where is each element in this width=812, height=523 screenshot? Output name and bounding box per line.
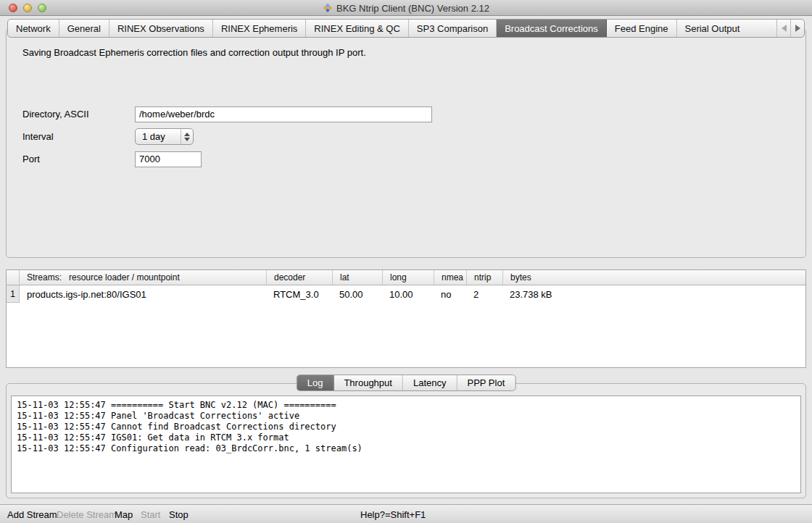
bottom-toolbar: Add Stream Delete Stream Map Start Stop … <box>0 504 812 523</box>
header-long[interactable]: long <box>382 270 434 285</box>
tab-rinex-editing-qc[interactable]: RINEX Editing & QC <box>306 20 409 37</box>
log-line: 15-11-03 12:55:47 IGS01: Get data in RTC… <box>17 432 795 443</box>
tab-sp3-comparison[interactable]: SP3 Comparison <box>409 20 497 37</box>
app-window: BKG Ntrip Client (BNC) Version 2.12 Savi… <box>0 0 812 523</box>
cell-nmea: no <box>434 289 466 300</box>
tab-broadcast-corrections[interactable]: Broadcast Corrections <box>497 20 607 37</box>
add-stream-button[interactable]: Add Stream <box>7 505 57 523</box>
interval-label: Interval <box>22 131 135 142</box>
interval-selected-value: 1 day <box>136 131 181 142</box>
stream-row[interactable]: 1 products.igs-ip.net:80/IGS01 RTCM_3.0 … <box>7 285 805 303</box>
streams-table: Streams: resource loader / mountpoint de… <box>6 269 806 368</box>
tab-feed-engine[interactable]: Feed Engine <box>607 20 677 37</box>
scroll-left-icon <box>782 25 787 32</box>
log-pane: 15-11-03 12:55:47 ========== Start BNC v… <box>6 383 806 498</box>
tab-serial-output[interactable]: Serial Output <box>677 20 748 37</box>
cell-ntrip: 2 <box>466 289 502 300</box>
tab-general[interactable]: General <box>59 20 109 37</box>
log-output[interactable]: 15-11-03 12:55:47 ========== Start BNC v… <box>11 396 801 493</box>
header-nmea[interactable]: nmea <box>434 270 466 285</box>
panel-description: Saving Broadcast Ephemeris correction fi… <box>22 47 366 58</box>
tab-latency[interactable]: Latency <box>403 375 457 390</box>
start-button: Start <box>141 505 160 523</box>
tab-scroll-left-button[interactable] <box>776 20 790 37</box>
cell-long: 10.00 <box>382 289 434 300</box>
header-ntrip[interactable]: ntrip <box>466 270 502 285</box>
row-number: 1 <box>7 285 20 303</box>
main-tab-bar: Network General RINEX Observations RINEX… <box>7 19 805 38</box>
port-label: Port <box>22 154 135 164</box>
tab-throughput[interactable]: Throughput <box>334 375 403 390</box>
port-input[interactable] <box>135 151 202 167</box>
directory-ascii-input[interactable] <box>135 106 432 122</box>
tab-ppp-plot[interactable]: PPP Plot <box>457 375 515 390</box>
titlebar: BKG Ntrip Client (BNC) Version 2.12 <box>0 0 812 16</box>
tab-scroll-right-button[interactable] <box>790 20 804 37</box>
streams-table-header: Streams: resource loader / mountpoint de… <box>7 270 805 285</box>
cell-bytes: 23.738 kB <box>502 289 805 300</box>
log-line: 15-11-03 12:55:47 ========== Start BNC v… <box>17 400 795 411</box>
cell-lat: 50.00 <box>332 289 382 300</box>
directory-ascii-label: Directory, ASCII <box>22 109 135 120</box>
stop-button[interactable]: Stop <box>169 505 188 523</box>
tab-network[interactable]: Network <box>8 20 59 37</box>
header-decoder[interactable]: decoder <box>266 270 332 285</box>
delete-stream-button: Delete Stream <box>57 505 117 523</box>
corner-header-cell <box>7 270 20 285</box>
log-line: 15-11-03 12:55:47 Configuration read: 03… <box>17 443 795 454</box>
log-line: 15-11-03 12:55:47 Cannot find Broadcast … <box>17 422 795 432</box>
bnc-app-icon <box>323 3 333 13</box>
map-button[interactable]: Map <box>115 505 133 523</box>
tab-rinex-ephemeris[interactable]: RINEX Ephemeris <box>213 20 306 37</box>
window-title: BKG Ntrip Client (BNC) Version 2.12 <box>336 3 489 14</box>
cell-mountpoint: products.igs-ip.net:80/IGS01 <box>20 289 266 300</box>
tab-pane: Saving Broadcast Ephemeris correction fi… <box>6 28 806 258</box>
tab-rinex-observations[interactable]: RINEX Observations <box>109 20 213 37</box>
header-bytes[interactable]: bytes <box>502 270 805 285</box>
log-tab-bar: Log Throughput Latency PPP Plot <box>297 375 516 391</box>
stepper-arrows-icon <box>181 129 193 144</box>
interval-select[interactable]: 1 day <box>135 128 194 145</box>
cell-decoder: RTCM_3.0 <box>266 289 332 300</box>
scroll-right-icon <box>795 25 800 32</box>
log-line: 15-11-03 12:55:47 Panel 'Broadcast Corre… <box>17 411 795 422</box>
tab-log[interactable]: Log <box>297 375 334 390</box>
header-lat[interactable]: lat <box>332 270 382 285</box>
header-mountpoint[interactable]: Streams: resource loader / mountpoint <box>20 270 266 285</box>
help-shortcut-label: Help?=Shift+F1 <box>360 505 426 523</box>
